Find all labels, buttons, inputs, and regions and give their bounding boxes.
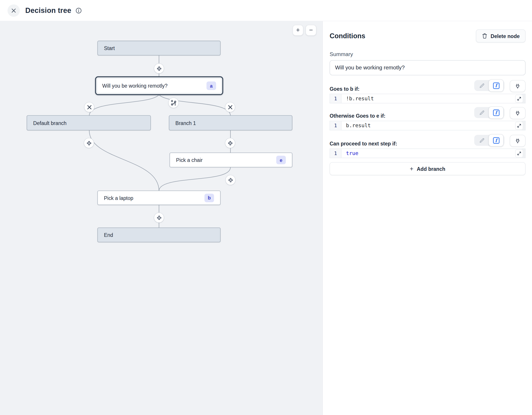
connect-button[interactable] [510,80,526,92]
node-badge: b [204,194,214,202]
panel-title: Conditions [330,32,365,40]
node-badge: a [207,81,216,90]
node-label: Start [104,45,214,51]
condition-label: Can proceed to next step if: [330,140,397,146]
close-icon [11,8,17,13]
header: Decision tree [0,0,532,21]
expand-icon [517,97,521,101]
code-editor[interactable]: 1 !b.result [330,94,526,103]
edit-mode-button[interactable] [475,135,489,146]
condition-block: Goes to b if: f [330,80,526,103]
editor-mode-toggle: f [474,107,504,118]
plug-icon [514,110,521,117]
line-number: 1 [330,121,342,130]
node-label: Default branch [33,120,144,126]
node-label: Pick a chair [176,157,276,163]
add-branch-label: Add branch [417,166,445,171]
x-icon [228,105,232,109]
code-text: b.result [342,121,371,130]
function-icon: f [493,82,499,89]
condition-label: Goes to b if: [330,86,360,92]
condition-block: Otherwise Goes to e if: f [330,107,526,130]
editor-mode-toggle: f [474,80,504,91]
x-icon [87,105,92,109]
node-badge: e [276,156,286,164]
delete-node-button[interactable]: Delete node [476,29,526,42]
code-text: true [342,149,359,158]
plug-icon [514,138,521,144]
pencil-icon [478,82,485,89]
conditions-panel: Conditions Delete node Summary Goes to b… [323,21,532,415]
page-title: Decision tree [25,6,71,14]
trash-icon [482,33,488,39]
remove-branch-button[interactable] [84,102,94,112]
node-default-branch[interactable]: Default branch [27,115,151,130]
line-number: 1 [330,149,342,158]
add-branch-port[interactable] [168,98,179,108]
node-question-selected[interactable]: Will you be working remotly? a [95,76,223,95]
summary-input[interactable] [330,60,526,75]
node-branch-1[interactable]: Branch 1 [169,115,292,130]
zoom-out-button[interactable]: − [305,25,316,36]
pencil-icon [478,109,485,116]
code-text: !b.result [342,94,374,103]
node-label: Will you be working remotly? [102,83,207,89]
connect-button[interactable] [510,107,526,119]
node-label: Branch 1 [175,120,286,126]
edit-mode-button[interactable] [475,107,489,118]
info-icon[interactable] [75,7,82,14]
summary-label: Summary [330,51,526,58]
expand-editor-button[interactable] [515,122,523,130]
add-branch-icon [170,99,177,106]
expand-editor-button[interactable] [515,149,523,157]
plus-icon [86,140,92,146]
flow-connectors [0,0,323,415]
node-start[interactable]: Start [97,41,220,55]
remove-branch-button[interactable] [225,102,235,112]
expand-editor-button[interactable] [515,95,523,102]
condition-block: Can proceed to next step if: f [330,135,526,158]
plus-icon [228,177,233,183]
function-icon: f [493,137,499,143]
code-editor[interactable]: 1 b.result [330,121,526,130]
code-editor[interactable]: 1 true [330,148,526,158]
zoom-in-button[interactable]: + [293,25,303,36]
connect-button[interactable] [510,135,526,147]
add-step-button[interactable] [154,212,164,223]
node-pick-laptop[interactable]: Pick a laptop b [97,191,220,205]
edit-mode-button[interactable] [475,80,489,91]
expand-icon [517,123,521,128]
condition-label: Otherwise Goes to e if: [330,113,385,119]
code-mode-button[interactable]: f [489,106,504,119]
pencil-icon [478,137,485,143]
line-number: 1 [330,94,342,103]
function-icon: f [493,109,499,116]
node-end[interactable]: End [97,227,220,242]
plus-icon [227,140,233,146]
expand-icon [517,151,521,156]
editor-mode-toggle: f [474,135,504,146]
node-label: End [104,232,214,238]
plus-icon: + [410,165,413,172]
node-pick-chair[interactable]: Pick a chair e [170,153,292,167]
close-button[interactable] [8,4,20,16]
code-mode-button[interactable]: f [489,134,504,146]
add-step-button[interactable] [225,138,235,148]
add-step-button[interactable] [154,63,164,74]
node-label: Pick a laptop [104,195,204,201]
plus-icon [156,66,162,71]
plug-icon [514,83,521,90]
add-step-button[interactable] [84,138,94,148]
add-branch-button[interactable]: + Add branch [330,162,526,175]
plus-icon [156,215,162,220]
code-mode-button[interactable]: f [489,79,504,92]
delete-node-label: Delete node [491,33,520,39]
add-step-button[interactable] [225,175,236,185]
decision-tree-editor: Decision tree + − Start Will [0,0,532,415]
